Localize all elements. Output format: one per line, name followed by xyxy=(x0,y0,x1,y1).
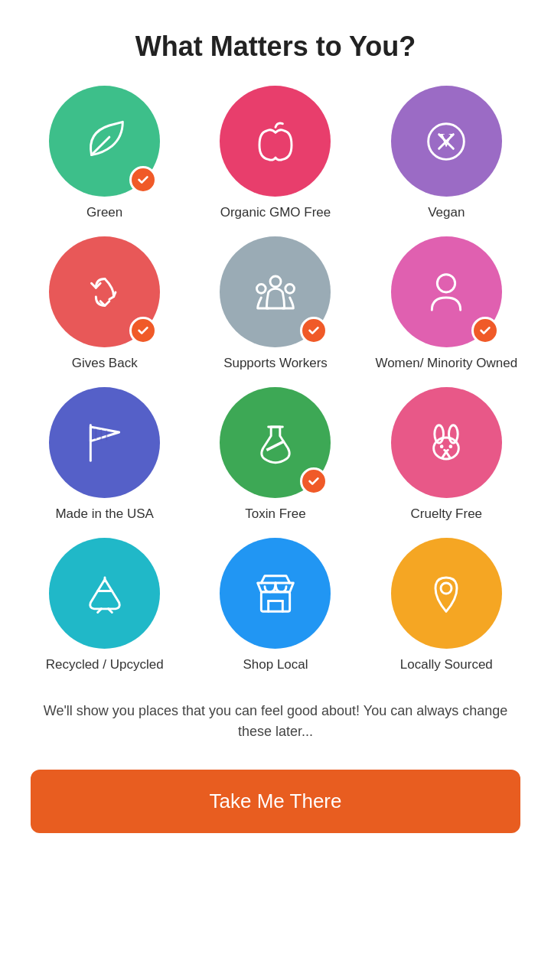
item-green[interactable]: Green xyxy=(23,86,186,221)
check-badge-toxin-free xyxy=(300,467,328,495)
icon-circle-recycled xyxy=(49,538,160,649)
icon-circle-made-in-usa xyxy=(49,387,160,498)
icon-circle-locally-sourced xyxy=(391,538,502,649)
svg-point-14 xyxy=(440,444,444,448)
svg-point-17 xyxy=(441,583,452,594)
label-green: Green xyxy=(86,204,122,221)
item-gives-back[interactable]: Gives Back xyxy=(23,236,186,372)
label-supports-workers: Supports Workers xyxy=(223,355,328,372)
page-title: What Matters to You? xyxy=(135,31,416,63)
check-badge-gives-back xyxy=(129,317,157,344)
label-cruelty-free: Cruelty Free xyxy=(411,506,483,523)
svg-point-3 xyxy=(256,284,266,293)
svg-point-2 xyxy=(270,276,281,287)
label-made-in-usa: Made in the USA xyxy=(55,506,154,523)
take-me-button[interactable]: Take Me There xyxy=(31,770,520,833)
icon-circle-cruelty-free xyxy=(391,387,502,498)
item-supports-workers[interactable]: Supports Workers xyxy=(194,236,357,372)
label-organic: Organic GMO Free xyxy=(220,204,331,221)
item-cruelty-free[interactable]: Cruelty Free xyxy=(365,387,528,523)
item-women-minority[interactable]: Women/ Minority Owned xyxy=(365,236,528,372)
label-gives-back: Gives Back xyxy=(72,355,138,372)
svg-point-15 xyxy=(449,444,453,448)
item-recycled[interactable]: Recycled / Upcycled xyxy=(23,538,186,673)
label-locally-sourced: Locally Sourced xyxy=(400,656,493,673)
item-toxin-free[interactable]: Toxin Free xyxy=(194,387,357,523)
check-badge-green xyxy=(129,166,157,194)
label-vegan: Vegan xyxy=(428,204,465,221)
item-vegan[interactable]: VVegan xyxy=(365,86,528,221)
label-shop-local: Shop Local xyxy=(243,656,308,673)
item-made-in-usa[interactable]: Made in the USA xyxy=(23,387,186,523)
footer-text: We'll show you places that you can feel … xyxy=(0,701,551,742)
label-toxin-free: Toxin Free xyxy=(245,506,305,523)
svg-line-10 xyxy=(266,441,284,450)
item-shop-local[interactable]: Shop Local xyxy=(194,538,357,673)
icon-circle-organic xyxy=(220,86,331,197)
label-recycled: Recycled / Upcycled xyxy=(46,656,164,673)
svg-point-4 xyxy=(285,284,295,293)
label-women-minority: Women/ Minority Owned xyxy=(375,355,517,372)
button-wrap: Take Me There xyxy=(31,770,520,833)
icon-circle-vegan: V xyxy=(391,86,502,197)
icon-circle-shop-local xyxy=(220,538,331,649)
check-badge-women-minority xyxy=(471,317,499,344)
svg-point-5 xyxy=(438,274,455,291)
svg-text:V: V xyxy=(439,129,454,151)
item-organic[interactable]: Organic GMO Free xyxy=(194,86,357,221)
check-badge-supports-workers xyxy=(300,317,328,344)
items-grid: GreenOrganic GMO FreeVVeganGives Back Su… xyxy=(15,86,536,673)
item-locally-sourced[interactable]: Locally Sourced xyxy=(365,538,528,673)
